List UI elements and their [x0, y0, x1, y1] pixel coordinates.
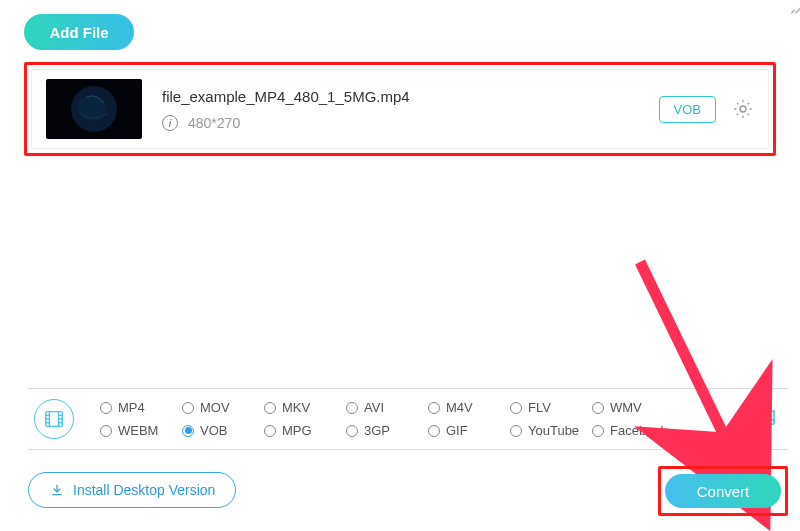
- planet-thumbnail-icon: [68, 83, 120, 135]
- format-label: M4V: [446, 400, 473, 415]
- format-label: FLV: [528, 400, 551, 415]
- format-label: VOB: [200, 423, 227, 438]
- convert-button-highlight: Convert: [658, 466, 788, 516]
- format-label: WEBM: [118, 423, 158, 438]
- radio-icon: [592, 425, 604, 437]
- add-file-button[interactable]: Add File: [24, 14, 134, 50]
- radio-icon: [428, 425, 440, 437]
- file-resolution: 480*270: [188, 115, 240, 131]
- info-icon[interactable]: i: [162, 115, 178, 131]
- radio-icon: [182, 402, 194, 414]
- radio-icon: [510, 425, 522, 437]
- radio-icon: [428, 402, 440, 414]
- radio-icon: [346, 402, 358, 414]
- format-option-vob[interactable]: VOB: [182, 423, 264, 438]
- radio-icon: [592, 402, 604, 414]
- format-label: YouTube: [528, 423, 579, 438]
- radio-icon: [510, 402, 522, 414]
- radio-icon: [182, 425, 194, 437]
- format-option-avi[interactable]: AVI: [346, 400, 428, 415]
- format-option-mkv[interactable]: MKV: [264, 400, 346, 415]
- format-option-wmv[interactable]: WMV: [592, 400, 674, 415]
- file-row[interactable]: file_example_MP4_480_1_5MG.mp4 i 480*270…: [31, 69, 769, 149]
- resize-corner-icon: [784, 2, 798, 16]
- radio-icon: [346, 425, 358, 437]
- settings-button[interactable]: [732, 98, 754, 120]
- radio-icon: [100, 402, 112, 414]
- svg-point-11: [759, 423, 764, 428]
- film-icon: [43, 408, 65, 430]
- format-option-gif[interactable]: GIF: [428, 423, 510, 438]
- format-label: MPG: [282, 423, 312, 438]
- output-format-badge[interactable]: VOB: [659, 96, 716, 123]
- format-label: MOV: [200, 400, 230, 415]
- format-option-flv[interactable]: FLV: [510, 400, 592, 415]
- svg-point-1: [740, 106, 746, 112]
- music-note-icon: [754, 407, 778, 431]
- format-label: Facebook: [610, 423, 667, 438]
- svg-point-12: [770, 420, 775, 425]
- video-tab-icon[interactable]: [34, 399, 74, 439]
- convert-button[interactable]: Convert: [665, 474, 781, 508]
- download-icon: [49, 482, 65, 498]
- install-desktop-button[interactable]: Install Desktop Version: [28, 472, 236, 508]
- format-label: WMV: [610, 400, 642, 415]
- format-option-facebook[interactable]: Facebook: [592, 423, 674, 438]
- format-label: 3GP: [364, 423, 390, 438]
- format-option-mov[interactable]: MOV: [182, 400, 264, 415]
- format-option-youtube[interactable]: YouTube: [510, 423, 592, 438]
- install-desktop-label: Install Desktop Version: [73, 482, 215, 498]
- format-option-webm[interactable]: WEBM: [100, 423, 182, 438]
- file-name: file_example_MP4_480_1_5MG.mp4: [162, 88, 410, 105]
- radio-icon: [264, 425, 276, 437]
- format-grid: MP4MOVMKVAVIM4VFLVWMVWEBMVOBMPG3GPGIFYou…: [100, 400, 674, 438]
- format-label: MKV: [282, 400, 310, 415]
- format-option-3gp[interactable]: 3GP: [346, 423, 428, 438]
- format-option-m4v[interactable]: M4V: [428, 400, 510, 415]
- format-label: AVI: [364, 400, 384, 415]
- audio-tab-icon[interactable]: [750, 403, 782, 435]
- video-thumbnail[interactable]: [46, 79, 142, 139]
- radio-icon: [264, 402, 276, 414]
- format-label: GIF: [446, 423, 468, 438]
- radio-icon: [100, 425, 112, 437]
- format-label: MP4: [118, 400, 145, 415]
- file-row-highlight: file_example_MP4_480_1_5MG.mp4 i 480*270…: [24, 62, 776, 156]
- format-option-mpg[interactable]: MPG: [264, 423, 346, 438]
- file-meta: file_example_MP4_480_1_5MG.mp4 i 480*270: [162, 88, 410, 131]
- gear-icon: [732, 98, 754, 120]
- format-bar: MP4MOVMKVAVIM4VFLVWMVWEBMVOBMPG3GPGIFYou…: [28, 388, 788, 450]
- format-option-mp4[interactable]: MP4: [100, 400, 182, 415]
